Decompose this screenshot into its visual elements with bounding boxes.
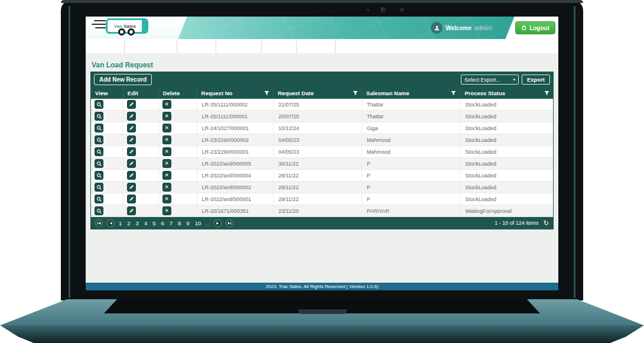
pencil-icon [129,102,134,107]
delete-button[interactable]: × [162,206,171,215]
request-no-cell: LR-23/2290/000001 [197,146,274,157]
delete-button[interactable]: × [162,195,171,203]
add-new-record-button[interactable]: Add New Record [94,74,152,85]
delete-button[interactable]: × [162,147,171,156]
delete-cell: × [159,170,197,181]
sensor-dot [400,8,404,12]
view-button[interactable] [95,171,103,180]
menu-item-label: Template [224,43,249,50]
pager-page[interactable]: 9 [186,220,189,226]
magnifier-icon [96,137,102,143]
edit-button[interactable] [127,159,136,168]
view-button[interactable] [95,100,103,109]
pager-ellipsis: ... [205,220,210,226]
header-delete: Delete [159,87,197,99]
header-edit: Edit [123,87,159,99]
edit-button[interactable] [127,195,136,203]
process-status-cell: StockLoaded [460,99,553,110]
x-icon: × [165,196,168,202]
menu-item-template[interactable]: Template ▾ [216,40,262,53]
magnifier-icon [96,102,102,108]
view-button[interactable] [95,195,103,203]
logout-button[interactable]: Logout [515,21,555,34]
header-process-status: Process Status [460,87,553,99]
filter-icon[interactable] [353,90,358,96]
delete-cell: × [159,193,197,205]
pencil-icon [129,149,134,154]
person-icon [434,25,440,31]
main-menubar: Master ▾ Transaction ▾ Report ▾ Template… [86,39,558,53]
request-no-cell: LR-2022/anil/000004 [197,170,274,181]
speed-line [92,24,106,25]
edit-button[interactable] [127,135,136,144]
view-button[interactable] [95,159,103,168]
delete-button[interactable]: × [162,159,171,168]
table-row: × LR-2022/anil/000005 30/11/22 P StockLo… [91,158,553,170]
menu-item-label: Master [93,43,112,50]
edit-button[interactable] [127,171,136,180]
table-row: × LR-25/1111/000001 20/07/25 Thattar Sto… [91,111,553,122]
view-button[interactable] [95,112,103,121]
filter-icon[interactable] [544,90,549,96]
view-button[interactable] [95,183,103,192]
salesman-name-cell: Thattar [362,99,461,110]
export-button[interactable]: Export [522,75,550,85]
magnifier-icon [96,196,102,202]
edit-button[interactable] [127,124,136,132]
pager-page[interactable]: 6 [161,220,164,226]
menu-item-others[interactable]: Others ▾ [297,40,336,53]
filter-icon[interactable] [451,90,456,96]
home-button[interactable] [544,41,554,52]
menu-item-transaction[interactable]: Transaction ▾ [125,40,178,53]
view-cell [91,99,123,110]
pencil-icon [129,185,134,190]
app-footer: 2023. Trac Sales. All Rights Reserved ( … [86,283,558,290]
delete-button[interactable]: × [162,100,171,109]
pager-page[interactable]: 10 [195,220,201,226]
pager-page[interactable]: 7 [170,220,173,226]
pencil-icon [129,125,134,131]
edit-button[interactable] [127,112,136,121]
speed-line [94,20,106,21]
pager-page[interactable]: 3 [136,220,139,226]
pager-page[interactable]: 4 [144,220,147,226]
menu-item-master[interactable]: Master ▾ [86,40,125,53]
view-button[interactable] [95,147,103,156]
last-page-button[interactable] [226,219,233,227]
process-status-cell: StockLoaded [460,134,553,145]
view-button[interactable] [95,206,103,215]
request-no-cell: LR-24/1027/000001 [197,122,274,134]
menu-item-report[interactable]: Report ▾ [177,40,216,53]
truck-dot [145,25,148,28]
pager-page[interactable]: 2 [127,220,130,226]
pager-page[interactable]: 1 [119,220,122,226]
view-button[interactable] [95,135,103,144]
menu-item-tools[interactable]: Tools ▾ [262,40,297,53]
edit-button[interactable] [127,183,136,192]
delete-button[interactable]: × [162,124,171,132]
export-select[interactable]: Select Export... ▾ [461,75,519,85]
process-status-cell: StockLoaded [460,170,553,181]
first-page-button[interactable] [95,219,103,227]
truck-wheel-icon [118,28,125,35]
pager-page[interactable]: 8 [178,220,181,226]
magnifier-icon [96,173,102,179]
delete-button[interactable]: × [162,183,171,192]
refresh-icon[interactable]: ↻ [544,220,549,226]
prev-page-button[interactable] [107,219,115,227]
view-button[interactable] [95,124,103,132]
table-row: × LR-23/2290/000002 04/05/23 Mahmood Sto… [91,134,553,146]
truck-icon: Van Sales [106,18,148,34]
power-icon [521,25,527,31]
next-page-button[interactable] [214,219,222,227]
edit-button[interactable] [127,206,136,215]
delete-button[interactable]: × [162,112,171,121]
delete-button[interactable]: × [162,135,171,144]
x-icon: × [165,149,168,154]
filter-icon[interactable] [264,90,269,96]
process-status-cell: StockLoaded [460,182,553,193]
pager-page[interactable]: 5 [152,220,155,226]
edit-button[interactable] [127,100,136,109]
delete-button[interactable]: × [162,171,171,180]
edit-button[interactable] [127,147,136,156]
